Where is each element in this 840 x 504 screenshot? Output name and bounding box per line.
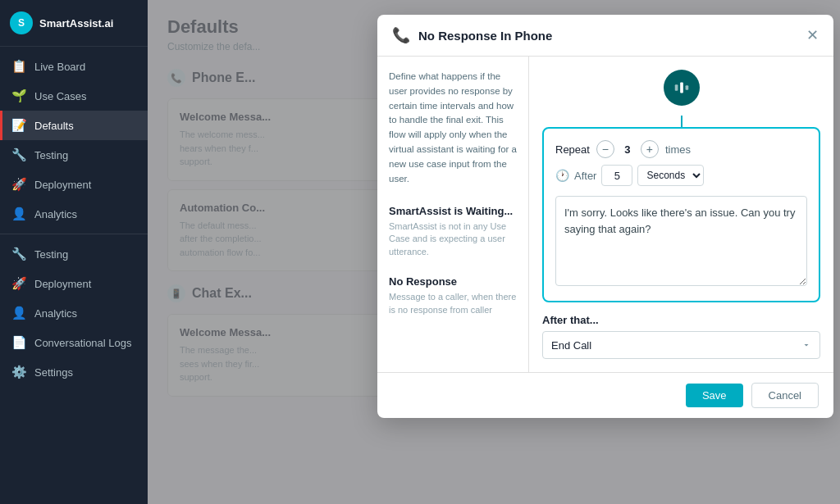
repeat-value: 3 (621, 143, 634, 156)
app-logo: S SmartAssist.ai (0, 0, 148, 47)
sidebar-item-use-cases[interactable]: 🌱 Use Cases (0, 81, 148, 111)
testing1-icon: 🔧 (11, 148, 26, 162)
modal-close-button[interactable]: ✕ (806, 28, 819, 43)
svg-rect-0 (674, 84, 678, 90)
modal-left-panel: Define what happens if the user provides… (377, 57, 529, 372)
deployment1-icon: 🚀 (11, 177, 26, 192)
svg-rect-1 (680, 83, 683, 93)
sidebar-item-settings[interactable]: ⚙️ Settings (0, 357, 148, 387)
sidebar-item-testing1[interactable]: 🔧 Testing (0, 140, 148, 170)
sidebar-label-defaults: Defaults (34, 120, 74, 132)
deployment2-icon: 🚀 (11, 276, 26, 291)
sidebar-item-analytics1[interactable]: 👤 Analytics (0, 199, 148, 229)
sidebar-item-live-board[interactable]: 📋 Live Board (0, 52, 148, 81)
cancel-button[interactable]: Cancel (751, 383, 819, 408)
conv-logs-icon: 📄 (11, 335, 26, 350)
modal-footer: Save Cancel (377, 372, 833, 418)
sidebar-label-deployment1: Deployment (34, 179, 91, 191)
use-cases-icon: 🌱 (11, 89, 26, 103)
sidebar-item-analytics2[interactable]: 👤 Analytics (0, 298, 148, 328)
modal-description: Define what happens if the user provides… (389, 70, 517, 187)
repeat-label: Repeat (555, 143, 590, 156)
after-that-label: After that... (542, 314, 820, 326)
sidebar-item-testing2[interactable]: 🔧 Testing (0, 239, 148, 269)
no-response-desc: Message to a caller, when there is no re… (389, 291, 517, 317)
sidebar-item-deployment1[interactable]: 🚀 Deployment (0, 170, 148, 199)
defaults-icon: 📝 (11, 118, 26, 133)
sidebar-label-analytics2: Analytics (34, 307, 77, 320)
sidebar-item-defaults[interactable]: 📝 Defaults (0, 111, 148, 140)
sidebar-label-testing2: Testing (34, 248, 68, 261)
sidebar: S SmartAssist.ai 📋 Live Board 🌱 Use Case… (0, 0, 148, 504)
save-button[interactable]: Save (686, 384, 743, 407)
sidebar-nav: 📋 Live Board 🌱 Use Cases 📝 Defaults 🔧 Te… (0, 47, 148, 392)
sidebar-label-live-board: Live Board (34, 61, 85, 73)
repeat-decrease-button[interactable]: − (596, 140, 614, 158)
analytics1-icon: 👤 (11, 207, 26, 221)
message-textarea[interactable]: I'm sorry. Looks like there's an issue. … (555, 196, 807, 286)
svg-rect-2 (685, 85, 688, 90)
modal-body: Define what happens if the user provides… (377, 57, 833, 372)
config-box: Repeat − 3 + times 🕐 After Seconds Minut… (542, 127, 820, 302)
connector-line (681, 116, 682, 127)
after-value-input[interactable] (601, 165, 632, 186)
settings-icon: ⚙️ (11, 365, 26, 379)
app-name: SmartAssist.ai (39, 17, 113, 30)
waiting-desc: SmartAssist is not in any Use Case and i… (389, 220, 517, 260)
no-response-modal: 📞 No Response In Phone ✕ Define what hap… (377, 15, 833, 418)
sidebar-label-testing1: Testing (34, 149, 68, 161)
sidebar-divider1 (0, 234, 148, 234)
logo-icon: S (10, 11, 33, 34)
flow-icon (664, 70, 700, 106)
modal-header: 📞 No Response In Phone ✕ (377, 15, 833, 57)
sidebar-label-deployment2: Deployment (34, 278, 91, 290)
after-that-section: After that... End Call Transfer to Agent (542, 314, 820, 359)
no-response-label: No Response (389, 275, 517, 288)
modal-right-panel: Repeat − 3 + times 🕐 After Seconds Minut… (529, 57, 833, 372)
sidebar-label-settings: Settings (34, 366, 73, 379)
live-board-icon: 📋 (11, 59, 26, 74)
clock-icon: 🕐 (555, 169, 569, 182)
after-label: After (574, 170, 596, 182)
repeat-increase-button[interactable]: + (641, 140, 659, 158)
seconds-select[interactable]: Seconds Minutes (637, 165, 704, 186)
after-group: 🕐 After Seconds Minutes (555, 165, 704, 186)
phone-header-icon: 📞 (392, 26, 410, 44)
main-content: Defaults Customize the defa... 📞 Phone E… (148, 0, 840, 504)
repeat-row: Repeat − 3 + times 🕐 After Seconds Minut… (555, 140, 807, 186)
sidebar-item-deployment2[interactable]: 🚀 Deployment (0, 269, 148, 298)
sidebar-label-conv-logs: Conversational Logs (34, 337, 132, 349)
analytics2-icon: 👤 (11, 306, 26, 320)
modal-title: No Response In Phone (418, 29, 798, 43)
times-label: times (665, 143, 691, 156)
end-call-select[interactable]: End Call Transfer to Agent (542, 331, 820, 359)
sidebar-label-use-cases: Use Cases (34, 90, 87, 102)
sidebar-item-conv-logs[interactable]: 📄 Conversational Logs (0, 328, 148, 357)
testing2-icon: 🔧 (11, 247, 26, 261)
sidebar-label-analytics1: Analytics (34, 208, 77, 220)
waiting-label: SmartAssist is Waiting... (389, 205, 517, 217)
